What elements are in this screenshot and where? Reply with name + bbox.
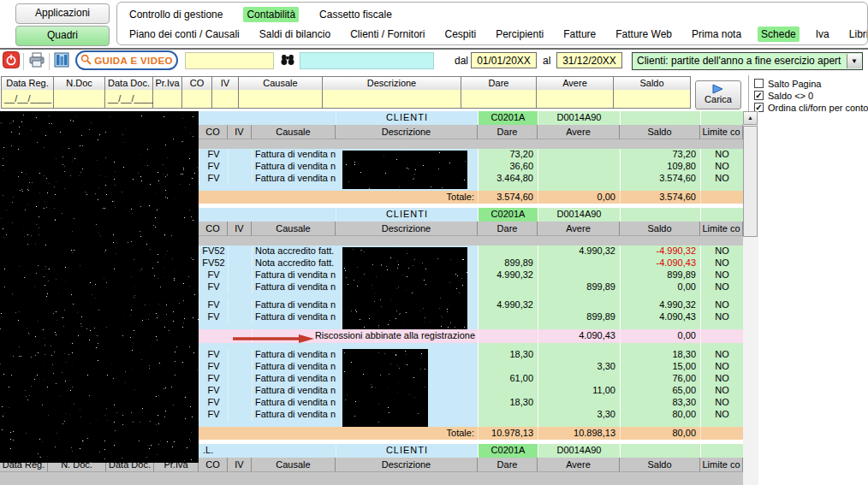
quadri-button[interactable]: Quadri <box>15 26 110 46</box>
ledger-table: CLIENTIC0201AD0014A90COIVCausaleDescrizi… <box>0 111 743 485</box>
menu-item-libri[interactable]: Libri <box>846 27 868 42</box>
menu-item-piano-dei-conti-causali[interactable]: Piano dei conti / Causali <box>126 27 243 42</box>
menu-item-saldi-di-bilancio[interactable]: Saldi di bilancio <box>256 27 334 42</box>
cell-avere <box>538 149 620 161</box>
ledger-row[interactable]: FVFattura di vendita n899,890,00NO <box>0 281 743 293</box>
menu-item-fatture-web[interactable]: Fatture Web <box>612 27 675 42</box>
date-to-field[interactable]: 31/12/20XX <box>556 52 622 68</box>
ledger-row[interactable]: FV52Nota accredito fatt.899,89-4.090,43N… <box>0 257 743 269</box>
menu-item-fatture[interactable]: Fatture <box>560 27 599 42</box>
ledger-row[interactable]: FVFattura di vendita n3.464,803.574,60NO <box>0 173 743 185</box>
cell-blank <box>620 208 700 222</box>
option-ordina-cli-forn-per-conto[interactable]: ✓Ordina cli/forn per conto <box>754 102 868 113</box>
ledger-row[interactable]: FVFattura di vendita n61,0076,00NO <box>0 373 743 385</box>
filter-input-pr-iva[interactable] <box>153 90 182 109</box>
cell-saldo: 73,20 <box>620 149 700 161</box>
menu-item-controllo-di-gestione[interactable]: Controllo di gestione <box>126 7 226 22</box>
print-icon[interactable] <box>28 51 45 68</box>
filter-col-causale: Causale <box>239 76 323 91</box>
account-title: CLIENTI <box>336 111 478 125</box>
spacer-row <box>0 421 743 427</box>
cell-avere <box>538 299 620 311</box>
chevron-down-icon[interactable] <box>847 54 861 68</box>
ledger-row[interactable]: FVFattura di vendita n4.990,32899,89NO <box>0 269 743 281</box>
scroll-up-icon[interactable] <box>743 111 758 125</box>
col-header-descrizione: Descrizione <box>336 222 478 236</box>
linked-collection-row[interactable]: Riscossioni abbinate alla registrazione4… <box>0 329 743 343</box>
filter-input-data-doc[interactable]: __/__/____ <box>105 90 153 109</box>
filter-input-co[interactable] <box>182 90 212 109</box>
cell-co: FV <box>199 361 228 373</box>
applicazioni-button[interactable]: Applicazioni <box>15 3 110 24</box>
guide-video-button[interactable]: GUIDA E VIDEO <box>75 50 178 70</box>
ledger-row[interactable]: FVFattura di vendita n899,894.090,43NO <box>0 311 743 323</box>
total-dare: 10.978,13 <box>478 427 538 440</box>
magnifier-icon <box>80 54 92 67</box>
filter-col-descrizione: Descrizione <box>323 76 461 91</box>
account-header-row: CLIENTIC0201AD0014A90 <box>0 111 743 125</box>
cell-avere <box>538 373 620 385</box>
menu-item-cespiti[interactable]: Cespiti <box>442 27 480 42</box>
cell-blank <box>538 323 620 329</box>
cell-blank <box>0 257 199 269</box>
ledger-row[interactable]: FVFattura di vendita n3,3080,00NO <box>0 409 743 421</box>
col-header-limite-co: Limite co <box>700 458 743 472</box>
menu-item-prima-nota[interactable]: Prima nota <box>688 27 745 42</box>
ledger-row[interactable]: FVFattura di vendita n36,60109,80NO <box>0 161 743 173</box>
menu-item-iva[interactable]: Iva <box>812 27 833 42</box>
option-salto-pagina[interactable]: Salto Pagina <box>754 78 868 89</box>
cell-blank <box>0 349 199 361</box>
columns-icon[interactable] <box>53 51 70 68</box>
menu-item-percipienti[interactable]: Percipienti <box>492 27 547 42</box>
ledger-row[interactable]: FVFattura di vendita n3,3015,00NO <box>0 361 743 373</box>
cell-iv <box>228 269 252 281</box>
filter-input-dare[interactable] <box>461 90 537 109</box>
ledger-row[interactable]: FVFattura di vendita n18,3018,30NO <box>0 349 743 361</box>
menu-row-modules: Controllo di gestioneContabilitàCassetto… <box>126 7 395 22</box>
cell-blank <box>700 111 743 125</box>
filter-input-n-doc[interactable] <box>54 90 105 109</box>
scrollbar-thumb[interactable] <box>743 126 758 237</box>
menu-item-contabilit[interactable]: Contabilità <box>243 7 299 22</box>
cell-avere <box>538 349 620 361</box>
vertical-scrollbar[interactable] <box>743 111 758 485</box>
cell-limite: NO <box>700 161 743 173</box>
ledger-row[interactable]: FVFattura di vendita n18,3083,30NO <box>0 397 743 409</box>
find-input[interactable] <box>300 52 434 69</box>
filter-input-iv[interactable] <box>212 90 239 109</box>
ledger-row[interactable]: FV52Nota accredito fatt.4.990,32-4.990,3… <box>0 245 743 257</box>
checkbox-salto-pagina[interactable] <box>754 79 764 88</box>
menu-row-contabilita: Piano dei conti / CausaliSaldi di bilanc… <box>126 27 868 42</box>
filter-input-saldo[interactable] <box>614 90 691 109</box>
cell-blank <box>700 421 743 427</box>
col-header-avere: Avere <box>538 125 620 139</box>
cell-dare <box>478 245 538 257</box>
account-code-dare: C0201A <box>478 111 538 125</box>
menu-item-cassetto-fiscale[interactable]: Cassetto fiscale <box>316 7 395 22</box>
filter-col-dare: Dare <box>461 76 537 91</box>
exit-icon[interactable] <box>3 51 20 68</box>
date-from-field[interactable]: 01/01/20XX <box>471 52 537 68</box>
cell-iv <box>228 349 252 361</box>
menu-item-clienti-fornitori[interactable]: Clienti / Fornitori <box>347 27 428 42</box>
filter-input-avere[interactable] <box>537 90 614 109</box>
scope-select[interactable]: Clienti: partite dell'anno a fine eserci… <box>632 52 863 70</box>
checkbox-saldo-0[interactable]: ✓ <box>754 91 764 100</box>
cell-blank <box>700 293 743 299</box>
cell-blank <box>538 343 620 349</box>
search-input[interactable] <box>185 52 274 69</box>
ledger-row[interactable]: FVFattura di vendita n11,0065,00NO <box>0 385 743 397</box>
cell-limite: NO <box>700 373 743 385</box>
filter-input-causale[interactable] <box>239 90 323 109</box>
ledger-row[interactable]: FVFattura di vendita n73,2073,20NO <box>0 149 743 161</box>
option-saldo-0[interactable]: ✓Saldo <> 0 <box>754 90 868 101</box>
carica-button[interactable]: Carica <box>695 80 741 109</box>
toolbar: GUIDA E VIDEO dal 01/01/20XX al 31/12/20… <box>0 50 868 74</box>
filter-input-descrizione[interactable] <box>323 90 461 109</box>
binoculars-icon[interactable] <box>280 52 297 69</box>
ledger-row[interactable]: FVFattura di vendita n4.990,324.990,32NO <box>0 299 743 311</box>
total-saldo: 3.574,60 <box>620 191 700 204</box>
filter-input-data-reg[interactable]: __/__/____ <box>1 90 54 109</box>
menu-item-schede[interactable]: Schede <box>758 27 800 42</box>
filter-col-pr-iva: Pr.Iva <box>153 76 182 91</box>
